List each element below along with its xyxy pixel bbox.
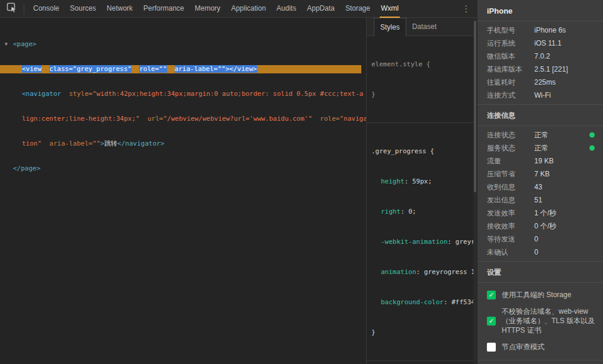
conn-row-send-rate: 发送效率1 个/秒 bbox=[477, 207, 603, 220]
device-panel-title: iPhone bbox=[477, 0, 603, 21]
conn-row-messages-sent: 发出信息51 bbox=[477, 194, 603, 207]
inspect-cursor-icon bbox=[7, 2, 17, 15]
styles-scrollbar[interactable] bbox=[473, 18, 477, 364]
wxml-node-navigator-line1[interactable]: <navigator style="width:42px;height:34px… bbox=[0, 90, 366, 98]
checkbox-checked[interactable]: ✓ bbox=[487, 291, 496, 299]
divider bbox=[477, 360, 603, 360]
tab-dataset[interactable]: Dataset bbox=[406, 18, 442, 36]
wxml-elements-panel: ▼<page> <viewclass="grey_progress"role="… bbox=[0, 18, 367, 364]
settings-rows: ✓ 使用工具端的 Storage ✓ 不校验合法域名、web-view（业务域名… bbox=[477, 283, 603, 360]
tab-appdata[interactable]: AppData bbox=[302, 0, 340, 18]
tab-styles[interactable]: Styles bbox=[374, 18, 406, 36]
setting-use-tool-storage: ✓ 使用工具端的 Storage bbox=[477, 286, 603, 303]
styles-tab-bar: Styles Dataset bbox=[367, 18, 473, 36]
tab-wxml[interactable]: Wxml bbox=[376, 0, 404, 18]
conn-row-messages-received: 收到信息43 bbox=[477, 181, 603, 194]
tab-audits[interactable]: Audits bbox=[271, 0, 302, 18]
styles-content: element.style { } .grey_progress { heigh… bbox=[367, 36, 473, 364]
device-info-rows: 手机型号iPhone 6s 运行系统iOS 11.1 微信版本7.0.2 基础库… bbox=[477, 21, 603, 104]
tab-console[interactable]: Console bbox=[28, 0, 65, 18]
tab-application[interactable]: Application bbox=[226, 0, 271, 18]
setting-skip-domain-validation: ✓ 不校验合法域名、web-view（业务域名）、TLS 版本以及 HTTPS … bbox=[477, 303, 603, 339]
info-row-phone-model: 手机型号iPhone 6s bbox=[477, 24, 603, 37]
css-rule-element-style: element.style { } bbox=[367, 36, 473, 123]
devtools-tab-bar: Console Sources Network Performance Memo… bbox=[28, 0, 404, 18]
connection-rows: 连接状态正常 服务状态正常 流量19 KB 压缩节省7 KB 收到信息43 发出… bbox=[477, 126, 603, 261]
conn-row-service-status: 服务状态正常 bbox=[477, 141, 603, 154]
tab-storage[interactable]: Storage bbox=[340, 0, 376, 18]
conn-row-traffic: 流量19 KB bbox=[477, 154, 603, 167]
device-info-panel: iPhone 手机型号iPhone 6s 运行系统iOS 11.1 微信版本7.… bbox=[477, 0, 603, 364]
info-row-wechat-version: 微信版本7.0.2 bbox=[477, 50, 603, 63]
conn-row-compression-savings: 压缩节省7 KB bbox=[477, 167, 603, 181]
devtools-region: Console Sources Network Performance Memo… bbox=[0, 0, 477, 364]
css-property[interactable]: height: 59px; bbox=[371, 176, 472, 186]
css-property[interactable]: animation: greyrogress 1 bbox=[371, 267, 472, 277]
wxml-node-page-open[interactable]: ▼<page> bbox=[0, 40, 366, 49]
css-property[interactable]: -webkit-animation: greyr bbox=[371, 237, 472, 247]
info-row-base-lib-version: 基础库版本2.5.1 [221] bbox=[477, 63, 603, 76]
styles-sidebar: Styles Dataset element.style { } .grey_p… bbox=[367, 18, 473, 364]
scrollbar-thumb[interactable] bbox=[474, 21, 476, 192]
devtools-panels: ▼<page> <viewclass="grey_progress"role="… bbox=[0, 18, 477, 364]
settings-section-title: 设置 bbox=[477, 262, 603, 282]
check-icon: ✓ bbox=[489, 317, 494, 324]
wxml-node-navigator-line3[interactable]: tion" aria-label="">跳转</navigator> bbox=[0, 140, 366, 148]
conn-row-unconfirmed: 未确认0 bbox=[477, 246, 603, 259]
info-row-connection-type: 连接方式Wi-Fi bbox=[477, 89, 603, 102]
css-rule-view: view { display: block; } bbox=[367, 361, 473, 364]
checkbox-unchecked[interactable] bbox=[487, 343, 496, 352]
conn-row-receive-rate: 接收效率0 个/秒 bbox=[477, 220, 603, 233]
status-dot-green bbox=[589, 133, 595, 138]
check-icon: ✓ bbox=[489, 291, 494, 298]
connection-section-title: 连接信息 bbox=[477, 105, 603, 125]
tab-memory[interactable]: Memory bbox=[190, 0, 226, 18]
tab-performance[interactable]: Performance bbox=[138, 0, 190, 18]
wxml-node-navigator-line2[interactable]: lign:center;line-height:34px;" url="/web… bbox=[0, 115, 366, 123]
status-dot-green bbox=[589, 146, 595, 151]
wxml-node-page-close[interactable]: </page> bbox=[0, 165, 366, 173]
toolbar-separator bbox=[24, 4, 24, 14]
conn-row-connection-status: 连接状态正常 bbox=[477, 128, 603, 141]
tab-network[interactable]: Network bbox=[101, 0, 138, 18]
expander-triangle-icon[interactable]: ▼ bbox=[5, 40, 13, 49]
tab-sources[interactable]: Sources bbox=[65, 0, 101, 18]
css-property[interactable]: right: 0; bbox=[371, 207, 472, 217]
info-row-round-trip-time: 往返耗时225ms bbox=[477, 76, 603, 89]
setting-node-inspect-mode: 节点审查模式 bbox=[477, 339, 603, 355]
css-rule-grey-progress: .grey_progress { height: 59px; right: 0;… bbox=[367, 123, 473, 361]
info-row-os: 运行系统iOS 11.1 bbox=[477, 37, 603, 50]
css-property[interactable]: background-color: #ff534 bbox=[371, 297, 472, 307]
conn-row-pending-send: 等待发送0 bbox=[477, 233, 603, 246]
kebab-menu-icon[interactable]: ⋮ bbox=[461, 2, 472, 15]
checkbox-checked[interactable]: ✓ bbox=[487, 317, 496, 326]
inspect-element-button[interactable] bbox=[0, 0, 24, 18]
devtools-toolbar: Console Sources Network Performance Memo… bbox=[0, 0, 477, 18]
wechat-devtools-window: Console Sources Network Performance Memo… bbox=[0, 0, 603, 364]
wxml-node-view-selected[interactable]: <viewclass="grey_progress"role=""aria-la… bbox=[0, 65, 361, 73]
